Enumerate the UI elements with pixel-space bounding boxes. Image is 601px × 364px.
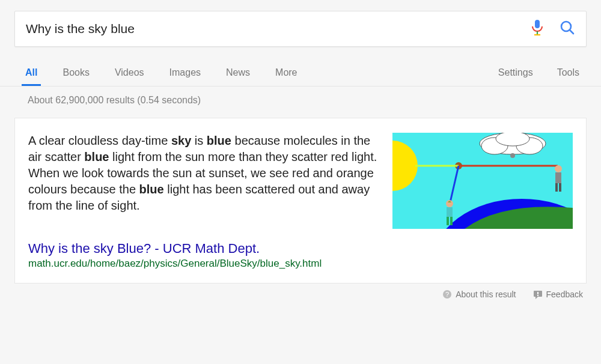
search-input[interactable] <box>26 22 531 36</box>
tab-more[interactable]: More <box>275 59 297 85</box>
result-title-link[interactable]: Why is the sky Blue? - UCR Math Dept. <box>28 241 260 256</box>
svg-rect-30 <box>537 295 538 296</box>
tab-videos[interactable]: Videos <box>115 59 144 85</box>
feedback-label: Feedback <box>546 290 583 299</box>
help-icon: ? <box>442 290 452 299</box>
featured-snippet-card: A clear cloudless day-time sky is blue b… <box>14 118 587 284</box>
feedback-link[interactable]: Feedback <box>533 290 583 299</box>
tools-link[interactable]: Tools <box>557 59 579 85</box>
svg-line-4 <box>570 30 573 34</box>
snippet-bold: blue <box>207 134 231 147</box>
svg-point-21 <box>555 165 562 172</box>
snippet-fragment: is <box>191 134 207 147</box>
svg-rect-22 <box>555 172 561 183</box>
about-label: About this result <box>456 290 516 299</box>
svg-point-10 <box>496 133 529 146</box>
result-stats: About 62,900,000 results (0.54 seconds) <box>0 86 601 106</box>
snippet-text: A clear cloudless day-time sky is blue b… <box>28 133 380 229</box>
snippet-bold: blue <box>84 150 109 163</box>
svg-rect-19 <box>447 217 449 225</box>
about-this-result-link[interactable]: ? About this result <box>442 290 516 299</box>
svg-rect-24 <box>559 183 561 192</box>
search-tabs: All Books Videos Images News More Settin… <box>0 58 601 86</box>
svg-text:?: ? <box>445 291 449 298</box>
svg-rect-23 <box>555 183 558 192</box>
svg-point-11 <box>510 153 515 158</box>
tab-all[interactable]: All <box>25 59 37 85</box>
search-bar <box>14 11 587 47</box>
svg-rect-18 <box>447 207 453 217</box>
snippet-bold: blue <box>139 183 164 196</box>
svg-marker-28 <box>535 297 538 299</box>
voice-search-icon[interactable] <box>531 19 544 38</box>
tab-news[interactable]: News <box>226 59 250 85</box>
snippet-footer: ? About this result Feedback <box>0 284 601 299</box>
svg-rect-29 <box>537 292 538 294</box>
tab-images[interactable]: Images <box>169 59 201 85</box>
snippet-fragment: A clear cloudless day-time <box>28 134 171 147</box>
snippet-illustration[interactable] <box>392 133 573 229</box>
feedback-icon <box>533 290 543 299</box>
svg-rect-0 <box>535 20 540 28</box>
search-icon[interactable] <box>560 20 575 38</box>
svg-rect-20 <box>450 217 453 225</box>
snippet-bold: sky <box>171 134 191 147</box>
settings-link[interactable]: Settings <box>498 59 533 85</box>
result-cite: math.ucr.edu/home/baez/physics/General/B… <box>28 258 573 270</box>
tab-books[interactable]: Books <box>63 59 89 85</box>
